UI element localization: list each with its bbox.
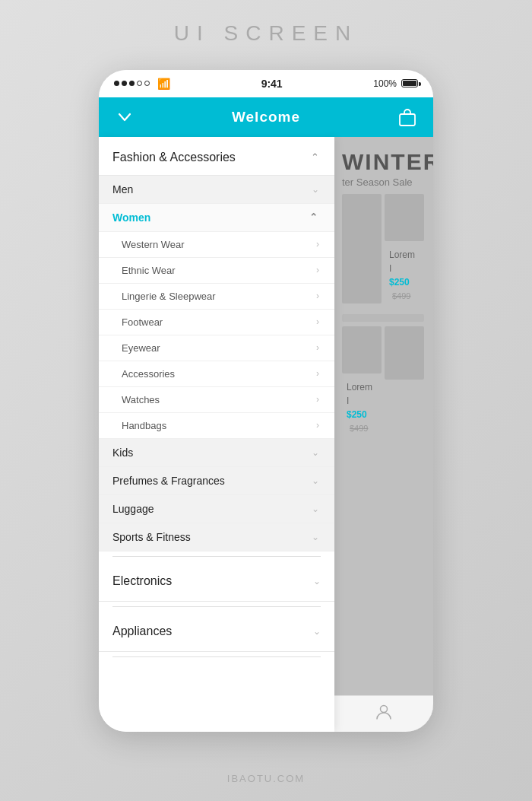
battery-percent: 100% [373,78,397,89]
fashion-sub-items: Men ⌄ Women ⌃ Western Wear › Ethnic We [99,176,334,551]
luggage-item[interactable]: Luggage ⌄ [99,495,334,523]
accessories-label: Accessories [122,368,175,380]
western-wear-chevron-icon: › [316,239,319,250]
fashion-accessories-header[interactable]: Fashion & Accessories ⌃ [99,137,334,176]
lingerie-label: Lingerie & Sleepwear [122,291,216,302]
signal-dots [114,81,150,86]
dot1 [114,81,119,86]
dot2 [122,81,127,86]
svg-rect-0 [400,114,415,126]
women-chevron-icon: ⌃ [307,211,319,224]
status-bar: 📶 9:41 100% [99,70,433,97]
status-left: 📶 [114,78,170,90]
fashion-accessories-title: Fashion & Accessories [112,151,236,164]
western-wear-label: Western Wear [122,239,185,250]
dot4 [137,81,142,86]
luggage-label: Luggage [112,503,154,515]
bg-winter-sub: ter Season Sale [342,176,424,188]
ui-screen-label: UI SCREEN [174,21,358,46]
sports-label: Sports & Fitness [112,531,191,543]
bg-cell-3 [385,326,424,380]
footwear-item[interactable]: Footwear › [99,310,334,335]
bg-lorem-1: Lorem I [389,250,415,274]
bg-grid-2: Lorem I $250 $499 [342,326,424,437]
bg-old-price-2: $499 [350,424,368,433]
electronics-label: Electronics [112,574,172,588]
luggage-chevron-icon: ⌄ [312,504,319,514]
appliances-item[interactable]: Appliances ⌄ [99,612,334,652]
fashion-chevron-up-icon: ⌃ [309,151,321,164]
bg-content: WINTER ter Season Sale Lorem I $250 $499 [334,137,433,732]
bg-cell-1 [385,194,424,241]
bg-winter-section: WINTER ter Season Sale Lorem I $250 $499 [334,137,433,443]
menu-panel: Fashion & Accessories ⌃ Men ⌄ Women ⌃ [99,137,334,732]
bg-grid-1: Lorem I $250 $499 [342,194,424,308]
bg-price-row-2: Lorem I $250 $499 [342,377,382,437]
bg-lorem-2: Lorem I [347,382,372,406]
wifi-icon: 📶 [157,78,170,90]
status-right: 100% [373,78,418,89]
bg-price-2: $250 [347,409,367,420]
footwear-chevron-icon: › [316,316,319,327]
watermark-label: IBAOTU.COM [227,773,305,784]
bg-winter-title: WINTER [342,149,424,175]
men-chevron-icon: ⌄ [312,184,319,195]
electronics-item[interactable]: Electronics ⌄ [99,561,334,602]
accessories-chevron-icon: › [316,368,319,379]
bg-section-2: Lorem I $250 $499 [342,314,424,437]
women-item[interactable]: Women ⌃ [99,204,334,232]
watches-item[interactable]: Watches › [99,387,334,413]
ethnic-wear-label: Ethnic Wear [122,265,176,276]
kids-item[interactable]: Kids ⌄ [99,439,334,467]
bg-price-1: $250 [389,277,410,288]
handbags-item[interactable]: Handbags › [99,413,334,439]
bg-divider [342,314,424,322]
men-label: Men [112,183,133,195]
women-label: Women [112,211,150,224]
watches-chevron-icon: › [316,394,319,405]
bg-cell-tall [342,194,382,304]
bottom-bar [334,695,433,732]
sports-item[interactable]: Sports & Fitness ⌄ [99,523,334,551]
battery-fill [403,81,416,86]
footwear-label: Footwear [122,316,163,328]
dot5 [144,81,150,86]
perfumes-label: Prefumes & Fragrances [112,475,225,487]
appliances-chevron-icon: ⌄ [313,626,321,637]
bg-cell-2 [342,326,382,373]
perfumes-item[interactable]: Prefumes & Fragrances ⌄ [99,467,334,495]
kids-chevron-icon: ⌄ [312,447,319,458]
eyewear-label: Eyewear [122,342,160,354]
kids-label: Kids [112,447,133,459]
phone-frame: 📶 9:41 100% Welcome [99,70,433,732]
handbags-chevron-icon: › [316,420,319,431]
header-chevron-button[interactable] [112,105,137,129]
lingerie-chevron-icon: › [316,291,319,301]
accessories-item[interactable]: Accessories › [99,361,334,387]
handbags-label: Handbags [122,420,166,431]
person-icon[interactable] [374,702,394,725]
dot3 [129,81,135,86]
separator-2 [112,606,321,607]
electronics-chevron-icon: ⌄ [313,576,321,586]
lingerie-item[interactable]: Lingerie & Sleepwear › [99,284,334,310]
watches-label: Watches [122,394,160,405]
separator-3 [112,656,321,657]
bg-cell-group-2: Lorem I $250 $499 [342,326,382,437]
ethnic-wear-chevron-icon: › [316,265,319,275]
header-bag-button[interactable] [395,105,420,129]
bg-old-price-1: $499 [392,291,410,300]
ethnic-wear-item[interactable]: Ethnic Wear › [99,258,334,284]
men-item[interactable]: Men ⌄ [99,176,334,204]
page-wrapper: UI SCREEN 📶 9:41 100% [0,0,532,801]
app-header: Welcome [99,97,433,137]
bg-price-row-1: Lorem I $250 $499 [385,244,424,305]
perfumes-chevron-icon: ⌄ [312,475,319,486]
header-title: Welcome [232,109,300,126]
western-wear-item[interactable]: Western Wear › [99,232,334,258]
eyewear-item[interactable]: Eyewear › [99,335,334,361]
svg-point-1 [381,706,388,713]
sports-chevron-icon: ⌄ [312,532,319,542]
bg-cell-group: Lorem I $250 $499 [385,194,424,305]
status-time: 9:41 [261,78,283,90]
